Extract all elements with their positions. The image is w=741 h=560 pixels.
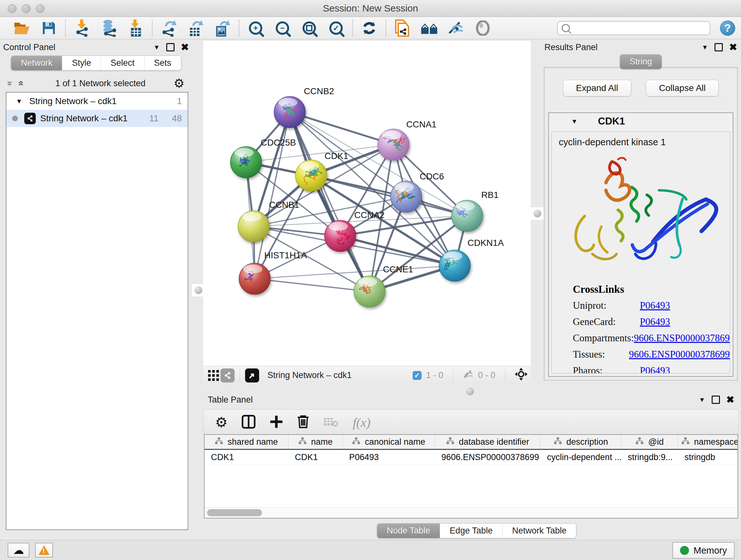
scrollbar-thumb[interactable] (207, 509, 262, 516)
table-panel-close-icon[interactable]: ✖ (726, 395, 734, 405)
tab-select[interactable]: Select (100, 56, 144, 70)
crosslink-link[interactable]: P06493 (640, 365, 670, 374)
results-panel-float-icon[interactable] (715, 43, 723, 51)
search-box[interactable] (557, 21, 711, 35)
control-panel-menu-icon[interactable]: ▼ (153, 44, 160, 51)
crosslink-link[interactable]: 9606.ENSP00000378699 (629, 349, 730, 360)
network-collection-row[interactable]: ▼ String Network – cdk1 1 (6, 92, 188, 110)
crosslink-row: Pharos:P06493 (573, 365, 730, 374)
table-horizontal-scrollbar[interactable] (205, 507, 738, 518)
network-node-CDKN1A[interactable]: CDKN1A (439, 238, 504, 281)
results-panel-menu-icon[interactable]: ▼ (702, 44, 708, 51)
table-row[interactable]: CDK1CDK1P064939606.ENSP00000378699cyclin… (205, 450, 738, 465)
network-canvas[interactable]: CCNB2CCNA1CDC25BCDK1CDC6RB1CCNB1CCNA2CDK… (203, 41, 531, 366)
open-view-in-window-icon[interactable] (245, 368, 259, 382)
network-view-title: String Network – cdk1 (267, 370, 413, 380)
crosslink-link[interactable]: 9606.ENSP00000378699 (634, 332, 730, 344)
tab-style[interactable]: Style (62, 56, 100, 70)
tab-node-table[interactable]: Node Table (377, 523, 440, 538)
table-panel-menu-icon[interactable]: ▼ (699, 396, 705, 403)
network-node-CCNE1[interactable]: CCNE1 (354, 264, 413, 307)
save-session-icon[interactable] (40, 19, 57, 37)
network-node-CDK1[interactable]: CDK1 (295, 151, 348, 191)
zoom-fit-icon[interactable] (300, 19, 318, 37)
table-cell: cyclin-dependent ... (541, 450, 621, 464)
show-all-icon[interactable] (474, 19, 491, 37)
collection-expand-icon[interactable]: ▼ (16, 98, 22, 105)
view-grid-icon[interactable] (206, 367, 220, 384)
tab-string[interactable]: String (620, 55, 662, 69)
import-network-database-icon[interactable] (100, 19, 118, 37)
column-header-name[interactable]: name (288, 435, 343, 449)
crosslink-row: Uniprot:P06493 (573, 300, 730, 311)
hidden-eye-icon (463, 369, 474, 381)
table-cell: CDK1 (205, 450, 288, 464)
selected-nodes-checkbox[interactable]: ✓ (413, 371, 421, 380)
crosslink-link[interactable]: P06493 (640, 316, 670, 327)
table-options-gear-icon[interactable]: ⚙ (215, 415, 227, 429)
node-label-CDC25B: CDC25B (261, 138, 296, 147)
expand-all-networks-icon[interactable]: » (5, 81, 15, 86)
zoom-selected-icon[interactable]: ✓ (327, 19, 345, 37)
network-label: String Network – cdk1 (40, 113, 128, 124)
birds-eye-icon[interactable] (515, 368, 528, 383)
network-node-RB1[interactable]: RB1 (452, 190, 498, 232)
protein-collapse-icon[interactable]: ▼ (571, 118, 578, 125)
expand-all-button[interactable]: Expand All (563, 80, 631, 97)
column-header-database-identifier[interactable]: database identifier (435, 435, 541, 449)
column-header-namespace[interactable]: namespace (678, 435, 738, 449)
results-panel-close-icon[interactable]: ✖ (729, 43, 737, 52)
collection-count: 1 (177, 96, 182, 106)
open-session-icon[interactable] (13, 19, 30, 37)
zoom-in-icon[interactable]: + (247, 19, 264, 37)
column-header--id[interactable]: @id (621, 435, 678, 449)
crosslinks-section: CrossLinks Uniprot:P06493GeneCard:P06493… (573, 284, 730, 374)
network-node-CCNB1[interactable]: CCNB1 (238, 200, 299, 242)
network-tree: ▼ String Network – cdk1 1 String Network… (6, 92, 188, 530)
clone-network-icon[interactable] (394, 19, 411, 37)
hide-selected-icon[interactable] (448, 19, 465, 37)
node-label-CCNA1: CCNA1 (406, 119, 436, 129)
network-row[interactable]: String Network – cdk1 11 48 (6, 110, 188, 127)
tab-edge-table[interactable]: Edge Table (440, 523, 502, 538)
zoom-out-icon[interactable]: − (274, 19, 291, 37)
delete-column-icon[interactable] (297, 415, 309, 430)
search-input[interactable] (574, 23, 706, 33)
collapse-all-networks-icon[interactable]: » (15, 81, 25, 86)
network-node-HIST1H1A[interactable]: HIST1H1A (239, 250, 307, 294)
tab-network-table[interactable]: Network Table (502, 523, 576, 538)
table-panel-float-icon[interactable] (712, 395, 720, 404)
column-header-description[interactable]: description (541, 435, 621, 449)
network-node-CCNB2[interactable]: CCNB2 (274, 86, 334, 128)
first-neighbors-icon[interactable] (421, 19, 438, 37)
import-table-icon[interactable] (127, 19, 144, 37)
collapse-all-button[interactable]: Collapse All (646, 80, 719, 97)
export-network-icon[interactable] (160, 19, 178, 37)
create-column-icon[interactable] (270, 415, 283, 430)
delete-table-icon (323, 416, 339, 429)
crosslink-link[interactable]: P06493 (640, 300, 670, 311)
column-header-canonical-name[interactable]: canonical name (343, 435, 435, 449)
memory-button[interactable]: Memory (672, 542, 735, 559)
help-icon[interactable]: ? (720, 20, 735, 36)
node-table[interactable]: shared namenamecanonical namedatabase id… (204, 434, 738, 518)
cloud-status-button[interactable]: ☁ (8, 543, 29, 557)
export-table-icon[interactable] (187, 19, 204, 37)
view-share-icon[interactable] (220, 368, 234, 382)
column-sort-icon (681, 437, 690, 447)
warnings-button[interactable] (35, 543, 53, 557)
column-header-shared-name[interactable]: shared name (205, 435, 288, 449)
export-image-icon[interactable] (214, 19, 231, 37)
network-options-gear-icon[interactable]: ⚙ (174, 77, 185, 89)
crosslink-label: Pharos: (573, 365, 640, 374)
control-panel-close-icon[interactable]: ✖ (181, 43, 189, 52)
network-node-CCNA1[interactable]: CCNA1 (378, 119, 436, 160)
tab-network[interactable]: Network (11, 56, 62, 70)
control-panel-float-icon[interactable] (166, 43, 175, 51)
table-cell: 9606.ENSP00000378699 (435, 450, 541, 464)
node-label-RB1: RB1 (481, 190, 498, 200)
import-network-icon[interactable] (73, 19, 91, 37)
show-columns-icon[interactable] (242, 415, 256, 430)
tab-sets[interactable]: Sets (144, 56, 181, 70)
refresh-icon[interactable] (360, 19, 378, 37)
